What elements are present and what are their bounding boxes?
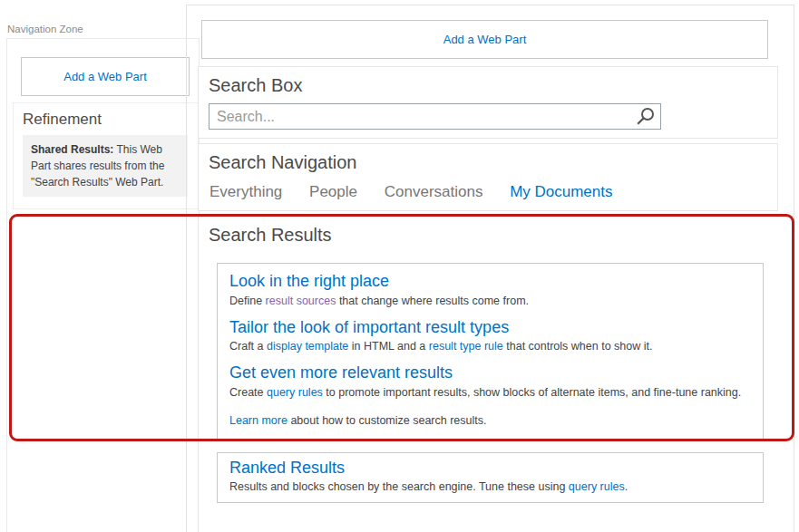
tip-relevant-results[interactable]: Get even more relevant results — [229, 363, 751, 382]
main-zone: Add a Web Part Search Box Search Navigat… — [186, 5, 794, 532]
learn-more-link[interactable]: Learn more — [229, 414, 287, 427]
refinement-note-bold: Shared Results: — [31, 143, 113, 156]
ranked-query-rules-link[interactable]: query rules — [569, 480, 625, 493]
main-add-web-part-label: Add a Web Part — [443, 33, 527, 46]
page-edit-canvas: Navigation Zone Add a Web Part Refinemen… — [0, 0, 799, 532]
search-box-title: Search Box — [199, 67, 777, 96]
tip-text: Craft a — [229, 340, 267, 353]
magnifier-icon[interactable] — [635, 106, 656, 127]
search-input[interactable] — [209, 103, 661, 130]
tip-relevant-description: Create query rules to promote important … — [229, 385, 751, 401]
tip-look-description: Define result sources that change where … — [229, 294, 751, 309]
nav-add-web-part-button[interactable]: Add a Web Part — [21, 57, 190, 96]
tip-text: in HTML and a — [348, 340, 428, 353]
tip-text: Define — [229, 295, 266, 307]
tab-everything[interactable]: Everything — [209, 183, 282, 200]
ranked-results-heading[interactable]: Ranked Results — [229, 459, 751, 478]
search-navigation-title: Search Navigation — [199, 144, 777, 173]
result-sources-link[interactable]: result sources — [266, 295, 336, 307]
search-results-web-part: Search Results Look in the right place D… — [198, 216, 794, 532]
tab-my-documents[interactable]: My Documents — [510, 183, 612, 200]
tip-text: that controls when to show it. — [503, 340, 653, 353]
navigation-zone: Add a Web Part Refinement Shared Results… — [6, 38, 200, 532]
refinement-title: Refinement — [14, 103, 198, 135]
tab-people[interactable]: People — [309, 183, 357, 200]
tip-look-in-right-place[interactable]: Look in the right place — [229, 272, 751, 291]
tip-tailor-description: Craft a display template in HTML and a r… — [229, 339, 751, 354]
ranked-results-box: Ranked Results Results and blocks chosen… — [217, 452, 764, 503]
nav-add-web-part-label: Add a Web Part — [63, 70, 147, 83]
tip-text: Create — [229, 386, 267, 399]
tab-conversations[interactable]: Conversations — [385, 183, 483, 200]
ranked-results-description: Results and blocks chosen by the search … — [229, 479, 751, 495]
search-results-tips-box: Look in the right place Define result so… — [217, 263, 764, 440]
search-results-title: Search Results — [199, 217, 794, 246]
ranked-text: Results and blocks chosen by the search … — [229, 480, 569, 493]
main-add-web-part-button[interactable]: Add a Web Part — [201, 20, 768, 59]
tip-text: that change where results come from. — [336, 295, 529, 307]
refinement-shared-results-note: Shared Results: This Web Part shares res… — [23, 135, 188, 197]
result-type-rule-link[interactable]: result type rule — [429, 340, 503, 353]
search-navigation-tabs: Everything People Conversations My Docum… — [209, 183, 636, 201]
display-template-link[interactable]: display template — [267, 340, 348, 353]
tip-text: to promote important results, show block… — [323, 386, 741, 399]
navigation-zone-label: Navigation Zone — [7, 24, 83, 34]
search-navigation-web-part: Search Navigation Everything People Conv… — [198, 143, 778, 211]
tip-tailor-result-types[interactable]: Tailor the look of important result type… — [229, 318, 751, 337]
learn-more-text: about how to customize search results. — [287, 414, 487, 427]
query-rules-link[interactable]: query rules — [267, 386, 323, 399]
search-box-web-part: Search Box — [198, 66, 778, 139]
learn-more-line: Learn more about how to customize search… — [229, 413, 751, 429]
ranked-text: . — [625, 480, 628, 493]
refinement-web-part: Refinement Shared Results: This Web Part… — [13, 102, 199, 209]
search-box — [209, 103, 661, 130]
